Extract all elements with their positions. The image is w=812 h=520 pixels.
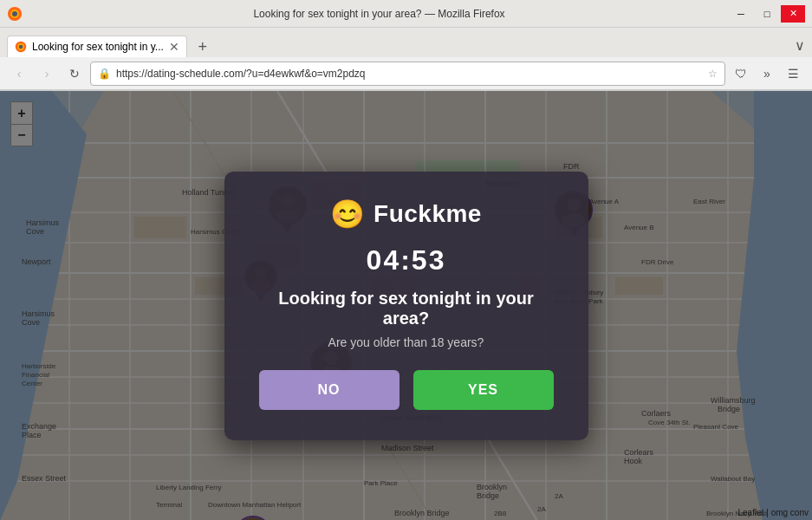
modal-timer: 04:53	[259, 244, 554, 276]
close-button[interactable]: ✕	[781, 5, 805, 23]
logo-icon: 😊	[330, 198, 365, 231]
browser-chrome: Looking for sex tonight in your area? — …	[0, 0, 812, 91]
modal-logo: 😊 Fuckkme	[259, 198, 554, 231]
back-button[interactable]: ‹	[7, 62, 31, 86]
lock-icon: 🔒	[98, 68, 111, 80]
svg-point-5	[19, 45, 23, 49]
window-controls: ─ □ ✕	[729, 5, 805, 23]
bookmark-star-icon[interactable]: ☆	[708, 68, 718, 80]
tab-favicon	[15, 41, 27, 53]
menu-button[interactable]: ☰	[781, 62, 805, 86]
modal-subtitle: Are you older than 18 years?	[259, 335, 554, 349]
logo-text: Fuckkme	[374, 200, 482, 228]
title-bar: Looking for sex tonight in your area? — …	[0, 0, 812, 28]
firefox-icon	[7, 6, 23, 22]
modal-title: Looking for sex tonight in your area?	[259, 289, 554, 328]
modal-overlay: 😊 Fuckkme 04:53 Looking for sex tonight …	[0, 91, 812, 520]
tab-title: Looking for sex tonight in y...	[32, 41, 164, 53]
page-content: Harsimus Cove Newport Harsimus Cove Harb…	[0, 91, 812, 520]
svg-point-2	[12, 11, 17, 16]
url-text: https://dating-schedule.com/?u=d4ewkwf&o…	[116, 68, 703, 80]
tab-bar: Looking for sex tonight in y... ✕ + ∨	[0, 28, 812, 57]
modal-dialog: 😊 Fuckkme 04:53 Looking for sex tonight …	[224, 172, 588, 440]
tab-overflow-button[interactable]: ∨	[788, 34, 812, 57]
window-title: Looking for sex tonight in your area? — …	[29, 8, 729, 20]
maximize-button[interactable]: □	[755, 5, 779, 23]
toolbar-right: 🛡 » ☰	[729, 62, 805, 86]
modal-buttons: NO YES	[259, 370, 554, 410]
more-tools-button[interactable]: »	[755, 62, 779, 86]
tab-close-icon[interactable]: ✕	[169, 40, 179, 54]
pocket-button[interactable]: 🛡	[729, 62, 753, 86]
minimize-button[interactable]: ─	[729, 5, 753, 23]
new-tab-button[interactable]: +	[191, 36, 215, 57]
reload-button[interactable]: ↻	[62, 62, 87, 86]
toolbar: ‹ › ↻ 🔒 https://dating-schedule.com/?u=d…	[0, 57, 812, 90]
no-button[interactable]: NO	[259, 370, 400, 410]
yes-button[interactable]: YES	[413, 370, 554, 410]
forward-button[interactable]: ›	[35, 62, 59, 86]
active-tab[interactable]: Looking for sex tonight in y... ✕	[7, 36, 187, 57]
map-background: Harsimus Cove Newport Harsimus Cove Harb…	[0, 91, 812, 520]
address-bar[interactable]: 🔒 https://dating-schedule.com/?u=d4ewkwf…	[90, 62, 725, 86]
